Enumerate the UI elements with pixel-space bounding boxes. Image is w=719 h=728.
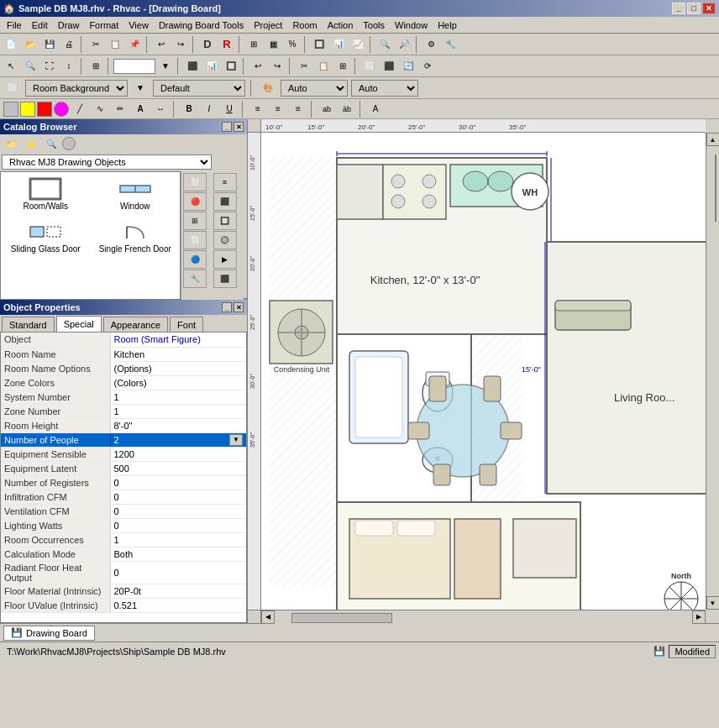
menu-window[interactable]: Window <box>390 19 433 31</box>
side-tool-9[interactable]: 🔵 <box>183 250 207 269</box>
scroll-track-h[interactable] <box>275 612 692 624</box>
tab-special[interactable]: Special <box>56 316 102 332</box>
tb2-btn-2[interactable]: 📊 <box>202 57 221 76</box>
tb2-btn-9[interactable]: ⬜ <box>360 57 379 76</box>
catalog-browser-controls[interactable]: _ ✕ <box>222 122 244 132</box>
prop-value-calculation-mode[interactable]: Both <box>110 547 246 561</box>
draw-curve-btn[interactable]: ∿ <box>91 100 109 118</box>
catalog-tb-btn-3[interactable]: 🔍 <box>42 134 60 153</box>
prop-value-system-number[interactable]: 1 <box>110 390 246 404</box>
tab-font[interactable]: Font <box>170 317 203 332</box>
scroll-down-button[interactable]: ▼ <box>706 596 720 610</box>
menu-draw[interactable]: Draw <box>53 19 85 31</box>
side-tool-5[interactable]: ⊞ <box>183 212 207 230</box>
zoom-fit-button[interactable]: ⛶ <box>40 57 59 76</box>
catalog-item-window[interactable]: Window <box>91 172 181 215</box>
new-button[interactable]: 📄 <box>2 35 20 54</box>
format-arrow-btn[interactable]: ▼ <box>131 79 150 97</box>
text-color-btn[interactable]: A <box>366 100 385 118</box>
menu-project[interactable]: Project <box>249 19 287 31</box>
color-btn-3[interactable] <box>37 102 52 117</box>
draw-line-btn[interactable]: ╱ <box>71 100 89 118</box>
table-row-selected[interactable]: Number of People 2 ▼ <box>1 432 246 447</box>
side-tool-11[interactable]: 🔧 <box>183 270 207 288</box>
scroll-up-button[interactable]: ▲ <box>706 133 720 146</box>
menu-view[interactable]: View <box>123 19 154 31</box>
tb-btn-12[interactable]: 🔧 <box>441 35 459 54</box>
open-button[interactable]: 📂 <box>21 35 39 54</box>
number-of-people-field[interactable]: 2 ▼ <box>114 434 244 446</box>
tb2-btn-4[interactable]: ↩ <box>249 57 267 76</box>
horizontal-scrollbar[interactable]: ◀ ▶ <box>261 610 706 623</box>
color-btn-1[interactable] <box>3 102 18 117</box>
tb-btn-5[interactable]: ⊞ <box>244 35 263 54</box>
scroll-thumb-h[interactable] <box>291 613 392 623</box>
menu-file[interactable]: File <box>2 19 27 31</box>
catalog-resize-button[interactable]: _ <box>222 122 232 132</box>
prop-value-equipment-latent[interactable]: 500 <box>110 461 246 475</box>
zoom-window-button[interactable]: 🔍 <box>21 57 39 76</box>
prop-value-equipment-sensible[interactable]: 1200 <box>110 447 246 461</box>
text-ab2-btn[interactable]: àb <box>338 100 356 118</box>
prop-value-room-height[interactable]: 8'-0" <box>110 418 246 432</box>
catalog-item-room-walls[interactable]: Room/Walls <box>1 172 91 215</box>
menu-room[interactable]: Room <box>287 19 322 31</box>
prop-value-number-of-registers[interactable]: 0 <box>110 475 246 490</box>
color-btn-4[interactable] <box>54 102 69 117</box>
tab-appearance[interactable]: Appearance <box>103 317 168 332</box>
copy-button[interactable]: 📋 <box>106 35 124 54</box>
prop-value-radiant-floor[interactable]: 0 <box>110 561 246 584</box>
prop-value-ventilation-cfm[interactable]: 0 <box>110 504 246 518</box>
drawing-board-tab[interactable]: 💾 Drawing Board <box>3 626 95 641</box>
grid-toggle-button[interactable]: ⊞ <box>87 57 105 76</box>
cut-button[interactable]: ✂ <box>87 35 105 54</box>
close-button[interactable]: ✕ <box>702 3 716 14</box>
redo-button[interactable]: ↪ <box>171 35 190 54</box>
zoom-in-button[interactable]: 🔍 <box>375 35 394 54</box>
minimize-button[interactable]: _ <box>672 3 685 14</box>
menu-drawing-board-tools[interactable]: Drawing Board Tools <box>154 19 249 31</box>
side-tool-6[interactable]: 🔲 <box>213 212 237 230</box>
tb2-btn-11[interactable]: 🔄 <box>399 57 417 76</box>
prop-value-infiltration-cfm[interactable]: 0 <box>110 490 246 504</box>
menu-action[interactable]: Action <box>323 19 359 31</box>
title-bar-controls[interactable]: _ □ ✕ <box>672 3 716 14</box>
menu-help[interactable]: Help <box>433 19 462 31</box>
print-button[interactable]: 🖨 <box>60 35 78 54</box>
room-bg-icon[interactable]: ⬜ <box>3 79 22 97</box>
tb2-btn-7[interactable]: 📋 <box>314 57 333 76</box>
catalog-dropdown[interactable]: Rhvac MJ8 Drawing Objects <box>2 155 212 170</box>
prop-value-room-name-options[interactable]: (Options) <box>110 361 246 375</box>
tb-btn-8[interactable]: 🔲 <box>310 35 328 54</box>
tb2-btn-6[interactable]: ✂ <box>295 57 313 76</box>
scroll-thumb-v[interactable] <box>715 155 716 222</box>
align-right-btn[interactable]: ≡ <box>289 100 307 118</box>
save-button[interactable]: 💾 <box>40 35 59 54</box>
text-underline-btn[interactable]: U <box>220 100 239 118</box>
scroll-right-button[interactable]: ▶ <box>692 610 706 624</box>
auto-select-2[interactable]: Auto <box>351 80 418 97</box>
paste-button[interactable]: 📌 <box>125 35 144 54</box>
zoom-out-button[interactable]: 🔎 <box>395 35 413 54</box>
text-italic-btn[interactable]: I <box>200 100 218 118</box>
vertical-scrollbar[interactable]: ▲ ▼ <box>706 133 719 610</box>
zoom-dropdown-button[interactable]: ▼ <box>156 57 175 76</box>
tb2-btn-8[interactable]: ⊞ <box>333 57 352 76</box>
tb2-btn-3[interactable]: 🔲 <box>222 57 240 76</box>
draw-text-btn[interactable]: A <box>131 100 150 118</box>
prop-value-room-name[interactable]: Kitchen <box>110 347 246 361</box>
catalog-item-sliding-glass-door[interactable]: Sliding Glass Door <box>1 215 91 258</box>
side-tool-2[interactable]: ≡ <box>213 173 237 191</box>
default-select[interactable]: Default <box>153 80 245 97</box>
tb2-btn-5[interactable]: ↪ <box>268 57 286 76</box>
r-button[interactable]: R <box>218 35 236 54</box>
objprops-resize-button[interactable]: _ <box>222 302 232 312</box>
prop-value-number-of-people[interactable]: 2 ▼ <box>110 432 246 447</box>
tb-btn-11[interactable]: ⚙ <box>422 35 440 54</box>
drawing-canvas[interactable]: WH Kitchen, 12'-0" x 13'-0" <box>261 133 706 610</box>
catalog-item-single-french-door[interactable]: Single French Door <box>91 215 181 258</box>
menu-edit[interactable]: Edit <box>27 19 53 31</box>
tb2-btn-1[interactable]: ⬛ <box>183 57 202 76</box>
align-center-btn[interactable]: ≡ <box>269 100 287 118</box>
tb2-btn-12[interactable]: ⟳ <box>418 57 437 76</box>
